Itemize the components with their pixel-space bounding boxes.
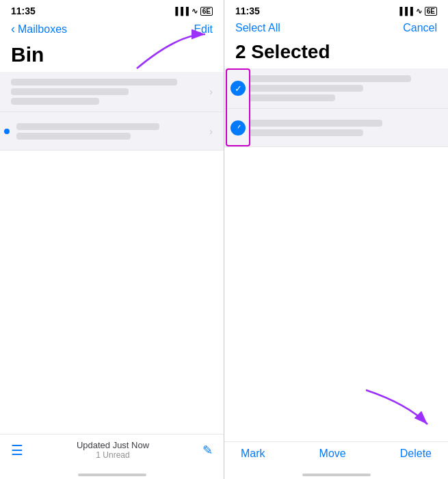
mail-item-2[interactable]: › (0, 112, 224, 151)
mail-bar-2b (16, 133, 131, 140)
select-nav-bar: Select All Cancel (224, 19, 448, 40)
status-bar-left: 11:35 ▐▐▐ ∿ 6E (0, 0, 224, 19)
spacer-right (224, 147, 448, 441)
filter-icon[interactable]: ☰ (11, 442, 23, 458)
home-indicator-left (0, 465, 224, 479)
unread-dot-2 (4, 129, 10, 134)
mail-list-left: › › (0, 72, 224, 253)
compose-icon[interactable]: ✎ (202, 443, 213, 458)
battery-icon-right: 6E (425, 7, 437, 16)
mark-button[interactable]: Mark (241, 448, 265, 460)
unread-count: 1 Unread (23, 450, 202, 460)
status-icons-left: ▐▐▐ ∿ 6E (172, 7, 213, 16)
status-bar-right: 11:35 ▐▐▐ ∿ 6E (224, 0, 448, 19)
bottom-bar-left: ☰ Updated Just Now 1 Unread ✎ (0, 434, 224, 465)
checkbox-area-2: ✓ (227, 120, 249, 135)
bottom-status: Updated Just Now 1 Unread (23, 440, 202, 460)
cancel-button[interactable]: Cancel (403, 22, 437, 34)
select-all-button[interactable]: Select All (235, 22, 280, 34)
mail-item-1[interactable]: › (0, 72, 224, 112)
back-chevron-icon: ‹ (11, 22, 15, 36)
mail-list-right: ✓ ✓ (224, 68, 448, 147)
page-title-left: Bin (0, 42, 224, 72)
selectable-item-2[interactable]: ✓ (224, 109, 448, 147)
mail-bar-1c (11, 98, 99, 105)
selectable-item-1[interactable]: ✓ (224, 68, 448, 109)
delete-button[interactable]: Delete (400, 448, 432, 460)
chevron-right-icon-1: › (209, 86, 213, 97)
time-left: 11:35 (11, 5, 36, 16)
chevron-right-icon-2: › (209, 126, 213, 137)
update-status: Updated Just Now (23, 440, 202, 450)
unread-dot-right (233, 125, 238, 131)
rmail-bar-2a (249, 120, 382, 127)
back-label: Mailboxes (18, 23, 67, 36)
right-panel: 11:35 ▐▐▐ ∿ 6E Select All Cancel 2 Selec… (224, 0, 448, 479)
checkbox-area-1: ✓ (227, 81, 249, 96)
mail-content-1 (249, 75, 443, 101)
battery-icon: 6E (200, 7, 213, 16)
mail-content-2 (249, 120, 443, 136)
mail-item-1-content (11, 79, 207, 105)
left-panel: 11:35 ▐▐▐ ∿ 6E ‹ Mailboxes Edit Bin › (0, 0, 224, 479)
mail-item-2-content (11, 123, 207, 140)
move-button[interactable]: Move (319, 448, 346, 460)
home-indicator-right (224, 465, 448, 479)
nav-bar-left: ‹ Mailboxes Edit (0, 19, 224, 42)
back-button[interactable]: ‹ Mailboxes (11, 22, 67, 36)
mail-bar-1b (11, 88, 129, 95)
edit-button[interactable]: Edit (194, 23, 213, 36)
home-bar-right (302, 474, 371, 476)
status-icons-right: ▐▐▐ ∿ 6E (397, 7, 437, 16)
time-right: 11:35 (235, 5, 260, 16)
home-bar-left (78, 474, 146, 476)
spacer-left (0, 253, 224, 435)
signal-icon: ▐▐▐ (172, 7, 188, 15)
mail-bar-2a (16, 123, 159, 130)
rmail-bar-1c (249, 94, 335, 101)
selected-title: 2 Selected (224, 40, 448, 68)
wifi-icon: ∿ (192, 7, 198, 16)
rmail-bar-1b (249, 85, 363, 92)
bottom-toolbar-right: Mark Move Delete (224, 441, 448, 465)
signal-icon-right: ▐▐▐ (397, 7, 412, 15)
rmail-bar-2b (249, 129, 363, 136)
checkbox-1[interactable]: ✓ (230, 81, 246, 96)
mail-bar-1a (11, 79, 177, 86)
wifi-icon-right: ∿ (416, 7, 422, 16)
rmail-bar-1a (249, 75, 411, 82)
